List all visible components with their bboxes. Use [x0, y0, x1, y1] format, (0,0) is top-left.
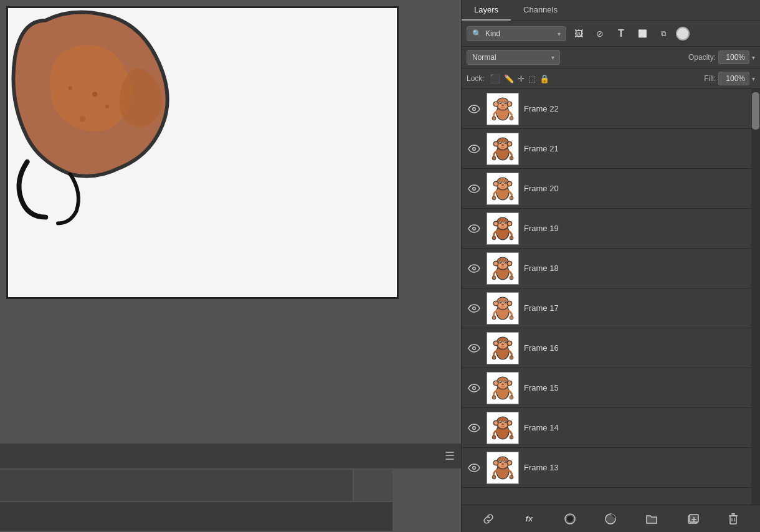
- layer-item[interactable]: Frame 17: [462, 288, 751, 328]
- delete-icon: [727, 513, 739, 525]
- canvas-content[interactable]: [6, 6, 399, 299]
- svg-point-68: [500, 222, 501, 223]
- blend-chevron-icon: ▾: [551, 54, 554, 61]
- layer-visibility-toggle[interactable]: [467, 184, 482, 193]
- layer-name: Frame 17: [524, 303, 559, 313]
- layer-item[interactable]: Frame 16: [462, 328, 751, 368]
- layer-thumbnail: [487, 372, 519, 404]
- fill-value[interactable]: 100%: [718, 72, 749, 85]
- image-filter-icon[interactable]: 🖼: [570, 25, 587, 42]
- svg-point-138: [501, 383, 504, 385]
- svg-point-106: [510, 316, 513, 320]
- svg-point-21: [510, 116, 513, 120]
- layer-visibility-toggle[interactable]: [467, 264, 482, 273]
- blend-mode-dropdown[interactable]: Normal ▾: [467, 50, 560, 65]
- eye-icon: [468, 264, 480, 273]
- lock-all-icon[interactable]: 🔒: [539, 74, 549, 83]
- folder-icon: [645, 513, 658, 525]
- lock-artboard-icon[interactable]: ⬚: [528, 74, 536, 83]
- layer-thumbnail: [487, 173, 519, 205]
- type-filter-icon[interactable]: T: [612, 25, 630, 42]
- layer-visibility-toggle[interactable]: [467, 424, 482, 432]
- adjustment-filter-icon[interactable]: ⊘: [591, 25, 609, 42]
- lock-move-icon[interactable]: ✛: [518, 74, 525, 83]
- layer-name: Frame 19: [524, 224, 559, 233]
- svg-point-173: [492, 475, 496, 479]
- new-group-button[interactable]: [642, 509, 662, 529]
- delete-layer-button[interactable]: [723, 509, 743, 529]
- svg-point-23: [473, 148, 475, 150]
- layer-visibility-toggle[interactable]: [467, 463, 482, 472]
- fx-button[interactable]: fx: [519, 509, 539, 529]
- svg-point-119: [500, 341, 501, 343]
- svg-point-35: [505, 142, 506, 143]
- layer-style-indicator[interactable]: [676, 27, 690, 40]
- kind-dropdown[interactable]: 🔍 Kind ▾: [467, 26, 566, 41]
- mask-icon: [564, 513, 576, 525]
- layer-item[interactable]: Frame 18: [462, 249, 751, 288]
- svg-point-98: [508, 302, 511, 305]
- bottom-toolbar: fx: [462, 505, 760, 532]
- new-adjustment-button[interactable]: [601, 509, 620, 529]
- svg-point-17: [500, 102, 501, 103]
- tab-channels[interactable]: Channels: [511, 0, 570, 21]
- chevron-down-icon: ▾: [558, 31, 561, 37]
- layer-visibility-toggle[interactable]: [467, 224, 482, 233]
- layer-item[interactable]: Frame 15: [462, 368, 751, 408]
- blend-row: Normal ▾ Opacity: 100% ▾: [462, 47, 760, 69]
- layer-item[interactable]: Frame 19: [462, 209, 751, 249]
- layer-name: Frame 21: [524, 144, 559, 153]
- layer-visibility-toggle[interactable]: [467, 384, 482, 392]
- layer-thumbnail: [487, 292, 519, 325]
- adjustment-icon: [604, 513, 617, 525]
- link-layers-button[interactable]: [478, 509, 498, 529]
- layer-item[interactable]: Frame 14: [462, 408, 751, 448]
- new-layer-button[interactable]: [683, 509, 703, 529]
- fill-label: Fill:: [704, 74, 716, 83]
- svg-point-12: [495, 102, 498, 105]
- svg-point-131: [495, 381, 498, 384]
- svg-point-36: [501, 144, 504, 146]
- scrollbar[interactable]: [751, 89, 760, 505]
- svg-point-166: [508, 461, 511, 464]
- layer-visibility-toggle[interactable]: [467, 145, 482, 153]
- layer-thumbnail: [487, 412, 519, 444]
- canvas-area: ☰: [0, 0, 461, 532]
- svg-point-108: [473, 347, 475, 349]
- svg-point-69: [505, 222, 506, 223]
- shape-filter-icon[interactable]: ⬜: [634, 25, 651, 42]
- eye-icon: [468, 384, 480, 392]
- svg-point-171: [505, 461, 506, 462]
- svg-point-156: [492, 435, 496, 439]
- layer-visibility-toggle[interactable]: [467, 304, 482, 313]
- lock-paint-icon[interactable]: ✏️: [504, 74, 514, 83]
- opacity-chevron-icon[interactable]: ▾: [752, 54, 755, 61]
- layer-visibility-toggle[interactable]: [467, 105, 482, 113]
- layer-item[interactable]: Frame 13: [462, 448, 751, 488]
- svg-point-55: [510, 196, 513, 200]
- scrollbar-thumb[interactable]: [752, 92, 759, 130]
- svg-point-29: [495, 142, 498, 145]
- add-mask-button[interactable]: [560, 509, 580, 529]
- svg-point-40: [473, 188, 475, 189]
- tab-layers[interactable]: Layers: [462, 0, 511, 21]
- new-layer-icon: [686, 513, 699, 525]
- artboard-filter-icon[interactable]: ⧉: [655, 25, 672, 42]
- layer-visibility-toggle[interactable]: [467, 344, 482, 353]
- svg-point-154: [505, 421, 506, 422]
- layer-item[interactable]: Frame 22: [462, 89, 751, 129]
- layer-item[interactable]: Frame 21: [462, 129, 751, 169]
- svg-point-170: [500, 461, 501, 462]
- fill-chevron-icon[interactable]: ▾: [752, 75, 755, 82]
- kind-label: Kind: [485, 29, 500, 38]
- menu-icon[interactable]: ☰: [445, 449, 455, 463]
- timeline-main: [0, 470, 353, 501]
- layer-name: Frame 13: [524, 463, 559, 472]
- svg-point-157: [510, 435, 513, 439]
- svg-point-140: [510, 396, 513, 399]
- svg-point-2: [105, 105, 109, 108]
- opacity-value[interactable]: 100%: [718, 50, 749, 64]
- lock-pixels-icon[interactable]: ⬛: [490, 74, 500, 83]
- svg-point-34: [500, 142, 501, 143]
- layer-item[interactable]: Frame 20: [462, 169, 751, 209]
